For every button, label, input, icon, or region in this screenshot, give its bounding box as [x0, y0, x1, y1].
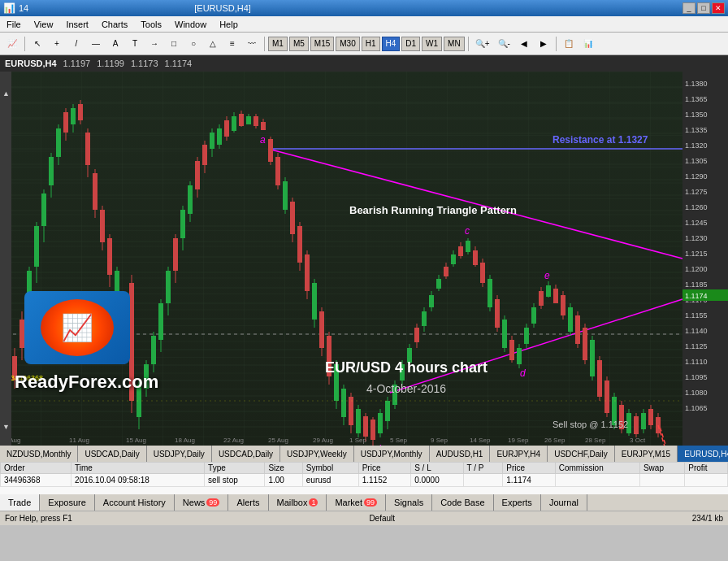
col-tp: T / P: [463, 463, 503, 474]
col-price: Price: [358, 463, 410, 474]
tf-m1[interactable]: M1: [268, 37, 288, 51]
svg-text:5 Sep: 5 Sep: [390, 437, 407, 444]
svg-text:9 Sep: 9 Sep: [431, 437, 448, 444]
tf-h4[interactable]: H4: [382, 37, 401, 51]
tab-experts[interactable]: Experts: [494, 494, 541, 511]
tf-d1[interactable]: D1: [401, 37, 420, 51]
ask-price: 1.1199: [97, 59, 124, 68]
menu-charts[interactable]: Charts: [95, 16, 134, 32]
svg-rect-188: [590, 340, 595, 376]
templates-button[interactable]: 📋: [560, 35, 578, 53]
chart-title: EUR/USD 4 hours chart: [284, 359, 528, 376]
tab-nzdusd-monthly[interactable]: NZDUSD,Monthly: [0, 446, 78, 462]
svg-rect-50: [85, 133, 90, 165]
bid-price: 1.1197: [63, 59, 91, 68]
chart-area[interactable]: a b c d e Resistance at 1.1327 Bearish R…: [0, 72, 728, 446]
tab-usdcad-daily[interactable]: USDCAD,Daily: [78, 446, 146, 462]
svg-rect-180: [561, 295, 566, 315]
tab-usdcad-daily2[interactable]: USDCAD,Daily: [212, 446, 280, 462]
svg-rect-164: [502, 320, 507, 348]
news-badge: 99: [206, 498, 219, 507]
svg-text:1.1335: 1.1335: [685, 126, 708, 134]
tab-usdchf-daily[interactable]: USDCHF,Daily: [548, 446, 615, 462]
minimize-button[interactable]: _: [682, 2, 696, 14]
order-type: sell stop: [205, 474, 265, 487]
tab-code-base[interactable]: Code Base: [432, 494, 493, 511]
menu-insert[interactable]: Insert: [59, 16, 95, 32]
tab-usdjpy-daily[interactable]: USDJPY,Daily: [147, 446, 212, 462]
tab-journal[interactable]: Journal: [541, 494, 587, 511]
col-swap: Swap: [639, 463, 684, 474]
menu-file[interactable]: File: [0, 16, 28, 32]
text-tool[interactable]: A: [106, 35, 124, 53]
scroll-right-button[interactable]: ▶: [535, 35, 552, 53]
tab-alerts[interactable]: Alerts: [228, 494, 268, 511]
ellipse-tool[interactable]: ○: [184, 35, 202, 53]
close-button[interactable]: ✕: [712, 2, 725, 14]
tab-account-history[interactable]: Account History: [95, 494, 175, 511]
zoom-out-button[interactable]: 🔍-: [495, 35, 514, 53]
menu-tools[interactable]: Tools: [134, 16, 168, 32]
svg-rect-72: [166, 271, 171, 303]
tf-h1[interactable]: H1: [362, 37, 380, 51]
svg-text:28 Sep: 28 Sep: [585, 437, 606, 444]
svg-rect-92: [239, 114, 244, 126]
svg-text:1.1380: 1.1380: [685, 80, 708, 88]
svg-rect-174: [539, 291, 544, 306]
watermark-text: ReadyForex.com: [15, 372, 158, 393]
crosshair-tool[interactable]: +: [48, 35, 66, 53]
arrow-tool[interactable]: →: [145, 35, 163, 53]
menu-help[interactable]: Help: [213, 16, 245, 32]
svg-text:1.1260: 1.1260: [685, 203, 708, 211]
triangle-tool[interactable]: △: [204, 35, 222, 53]
line-tool[interactable]: /: [67, 35, 85, 53]
svg-text:1.1080: 1.1080: [685, 389, 708, 397]
tab-eurusd-h4[interactable]: EURUSD,H4: [678, 446, 728, 462]
svg-rect-76: [180, 210, 185, 238]
cursor-tool[interactable]: ↖: [28, 35, 46, 53]
menu-view[interactable]: View: [28, 16, 60, 32]
svg-rect-96: [254, 116, 258, 126]
tab-audusd-h1[interactable]: AUDUSD,H1: [430, 446, 491, 462]
tab-market[interactable]: Market 99: [327, 494, 386, 511]
tab-mailbox[interactable]: Mailbox 1: [269, 494, 327, 511]
label-tool[interactable]: T: [126, 35, 144, 53]
tf-w1[interactable]: W1: [422, 37, 442, 51]
fib-tool[interactable]: ≡: [223, 35, 241, 53]
title-bar-left: 📊 14 [EURUSD,H4]: [3, 2, 251, 14]
tf-m5[interactable]: M5: [289, 37, 309, 51]
menu-window[interactable]: Window: [168, 16, 213, 32]
indicators-button[interactable]: 📊: [579, 35, 597, 53]
tab-exposure[interactable]: Exposure: [40, 494, 94, 511]
order-commission: [555, 474, 639, 487]
new-chart-button[interactable]: 📈: [3, 35, 21, 53]
zoom-in-button[interactable]: 🔍+: [472, 35, 493, 53]
chart-symbol: EURUSD,H4: [5, 59, 57, 68]
maximize-button[interactable]: □: [697, 2, 710, 14]
svg-rect-184: [575, 315, 580, 344]
tab-eurjpy-m15[interactable]: EURJPY,M15: [615, 446, 678, 462]
tab-trade[interactable]: Trade: [0, 494, 40, 511]
tf-mn[interactable]: MN: [444, 37, 465, 51]
tf-m30[interactable]: M30: [336, 37, 359, 51]
tab-usdjpy-weekly[interactable]: USDJPY,Weekly: [280, 446, 354, 462]
tab-eurjpy-h4[interactable]: EURJPY,H4: [490, 446, 548, 462]
order-current-price: 1.1174: [503, 474, 555, 487]
svg-text:25 Aug: 25 Aug: [268, 437, 288, 444]
symbol-bar: EURUSD,H4 1.1197 1.1199 1.1173 1.1174: [0, 55, 728, 72]
tab-news[interactable]: News 99: [175, 494, 229, 511]
scroll-left-button[interactable]: ◀: [515, 35, 533, 53]
svg-rect-124: [356, 409, 361, 433]
col-profit: Profit: [685, 463, 728, 474]
svg-text:1.1215: 1.1215: [685, 250, 708, 258]
hline-tool[interactable]: —: [87, 35, 105, 53]
svg-text:1.1245: 1.1245: [685, 219, 708, 227]
tf-m15[interactable]: M15: [310, 37, 334, 51]
tab-usdjpy-monthly[interactable]: USDJPY,Monthly: [354, 446, 430, 462]
svg-rect-98: [261, 122, 266, 130]
svg-text:1.1230: 1.1230: [685, 234, 708, 242]
rect-tool[interactable]: □: [165, 35, 183, 53]
tab-signals[interactable]: Signals: [386, 494, 432, 511]
svg-rect-259: [0, 72, 11, 446]
wave-tool[interactable]: 〰: [243, 35, 261, 53]
